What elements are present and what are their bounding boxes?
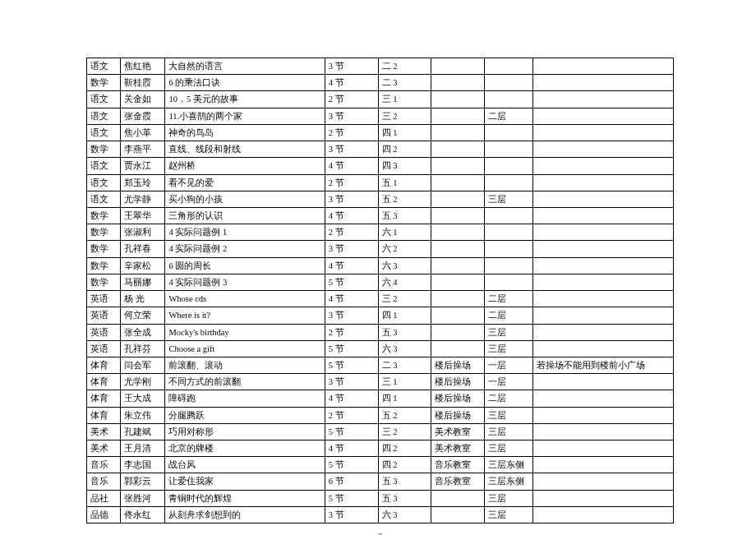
cell-class: 五 1	[378, 174, 431, 191]
table-row: 音乐李志国战台风5 节四 2音乐教室三层东侧	[87, 457, 674, 473]
cell-class: 四 1	[378, 307, 431, 324]
cell-teacher: 何立荣	[121, 307, 165, 324]
cell-teacher: 孔祥春	[121, 241, 165, 257]
cell-floor: 二层	[485, 291, 533, 307]
cell-subject: 美术	[87, 423, 121, 440]
cell-teacher: 张全成	[121, 324, 165, 340]
cell-topic: 分腿腾跃	[165, 407, 325, 423]
cell-floor: 三层	[485, 340, 533, 357]
cell-note	[533, 374, 674, 390]
cell-topic: 6 的乘法口诀	[165, 75, 325, 91]
cell-note	[533, 207, 674, 224]
cell-period: 3 节	[325, 506, 378, 523]
cell-subject: 数学	[87, 75, 121, 91]
cell-period: 2 节	[325, 174, 378, 191]
cell-floor	[485, 274, 533, 290]
cell-period: 2 节	[325, 91, 378, 108]
table-row: 音乐郭彩云让爱住我家6 节五 3音乐教室三层东侧	[87, 473, 674, 490]
cell-floor: 三层	[485, 423, 533, 440]
cell-class: 六 4	[378, 274, 431, 290]
cell-note	[533, 124, 674, 141]
cell-subject: 品德	[87, 506, 121, 523]
cell-period: 4 节	[325, 158, 378, 174]
cell-note	[533, 158, 674, 174]
cell-topic: Where is it?	[165, 307, 325, 324]
table-row: 语文张金霞11.小喜鹊的两个家3 节三 2二层	[87, 108, 674, 124]
cell-teacher: 马丽娜	[121, 274, 165, 290]
cell-period: 3 节	[325, 307, 378, 324]
table-row: 体育朱立伟分腿腾跃2 节五 2楼后操场三层	[87, 407, 674, 423]
cell-teacher: 焦红艳	[121, 58, 165, 75]
cell-teacher: 贾永江	[121, 158, 165, 174]
cell-note	[533, 224, 674, 241]
cell-venue	[431, 91, 485, 108]
cell-class: 五 2	[378, 191, 431, 207]
cell-teacher: 孔建斌	[121, 423, 165, 440]
cell-subject: 音乐	[87, 457, 121, 473]
cell-class: 六 2	[378, 241, 431, 257]
cell-class: 四 3	[378, 158, 431, 174]
cell-teacher: 李燕平	[121, 141, 165, 158]
cell-period: 6 节	[325, 473, 378, 490]
cell-venue	[431, 108, 485, 124]
cell-note	[533, 440, 674, 457]
table-row: 体育王大成障碍跑4 节四 1楼后操场二层	[87, 390, 674, 407]
cell-class: 四 1	[378, 390, 431, 407]
cell-note	[533, 390, 674, 407]
cell-venue	[431, 307, 485, 324]
cell-floor: 二层	[485, 390, 533, 407]
table-row: 语文贾永江赵州桥4 节四 3	[87, 158, 674, 174]
cell-teacher: 王翠华	[121, 207, 165, 224]
cell-class: 二 3	[378, 75, 431, 91]
cell-subject: 体育	[87, 407, 121, 423]
table-row: 语文郑玉玲看不见的爱2 节五 1	[87, 174, 674, 191]
cell-subject: 语文	[87, 158, 121, 174]
cell-teacher: 杨 光	[121, 291, 165, 307]
cell-subject: 语文	[87, 58, 121, 75]
cell-venue	[431, 324, 485, 340]
cell-note	[533, 490, 674, 506]
cell-venue	[431, 75, 485, 91]
cell-floor: 三层东侧	[485, 473, 533, 490]
table-row: 英语张全成Mocky's birthday2 节五 3三层	[87, 324, 674, 340]
cell-subject: 美术	[87, 440, 121, 457]
cell-period: 4 节	[325, 440, 378, 457]
cell-teacher: 尤学静	[121, 191, 165, 207]
cell-topic: 6 圆的周长	[165, 257, 325, 274]
table-row: 英语杨 光Whose cds4 节三 2二层	[87, 291, 674, 307]
cell-class: 六 1	[378, 224, 431, 241]
cell-topic: 不同方式的前滚翻	[165, 374, 325, 390]
cell-class: 四 2	[378, 457, 431, 473]
cell-floor: 二层	[485, 307, 533, 324]
cell-venue: 楼后操场	[431, 374, 485, 390]
cell-floor: 三层	[485, 506, 533, 523]
cell-period: 4 节	[325, 207, 378, 224]
cell-class: 三 1	[378, 91, 431, 108]
cell-class: 五 3	[378, 324, 431, 340]
cell-period: 3 节	[325, 108, 378, 124]
cell-venue	[431, 506, 485, 523]
cell-note	[533, 108, 674, 124]
cell-floor	[485, 58, 533, 75]
cell-topic: 大自然的语言	[165, 58, 325, 75]
cell-floor	[485, 158, 533, 174]
cell-topic: 神奇的鸟岛	[165, 124, 325, 141]
cell-note	[533, 174, 674, 191]
cell-venue	[431, 340, 485, 357]
cell-teacher: 李志国	[121, 457, 165, 473]
cell-class: 四 2	[378, 141, 431, 158]
cell-subject: 英语	[87, 340, 121, 357]
cell-subject: 语文	[87, 91, 121, 108]
cell-floor	[485, 241, 533, 257]
cell-teacher: 郑玉玲	[121, 174, 165, 191]
cell-note	[533, 473, 674, 490]
cell-period: 3 节	[325, 191, 378, 207]
cell-period: 2 节	[325, 407, 378, 423]
cell-teacher: 王大成	[121, 390, 165, 407]
cell-subject: 数学	[87, 274, 121, 290]
cell-topic: 让爱住我家	[165, 473, 325, 490]
cell-period: 5 节	[325, 274, 378, 290]
cell-topic: 战台风	[165, 457, 325, 473]
table-row: 语文尤学静买小狗的小孩3 节五 2三层	[87, 191, 674, 207]
cell-subject: 数学	[87, 141, 121, 158]
